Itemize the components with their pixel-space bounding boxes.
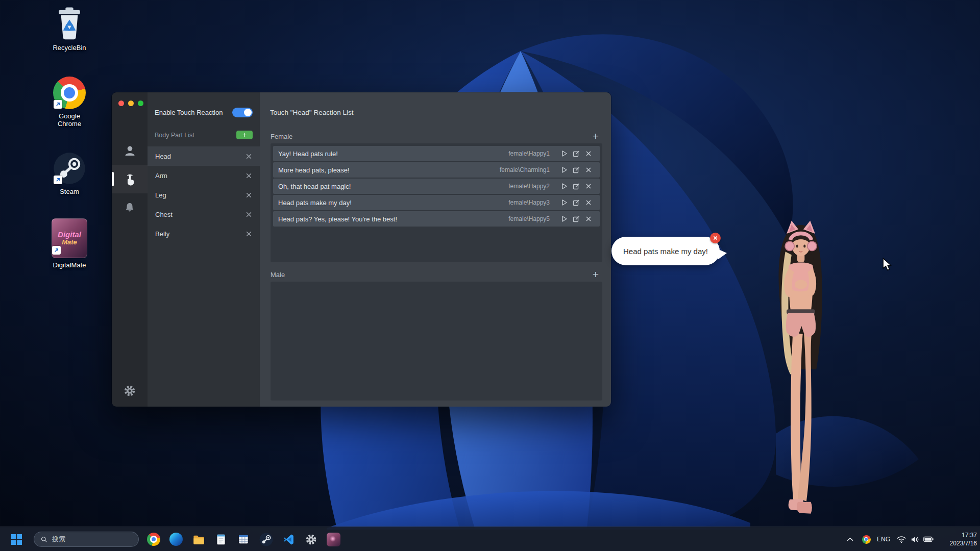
virtual-companion-character[interactable] — [754, 217, 844, 530]
edit-reaction-button[interactable] — [570, 148, 582, 159]
reaction-row: Yay! Head pats rule! female\Happy1 — [273, 146, 600, 161]
taskbar-item-digitalmate[interactable] — [323, 530, 344, 549]
edit-reaction-button[interactable] — [570, 197, 582, 208]
reaction-text: More head pats, please! — [278, 166, 500, 174]
character-figure — [754, 217, 844, 528]
desktop-icon-label: Steam — [41, 188, 97, 195]
delete-body-part-icon[interactable] — [246, 192, 252, 198]
speech-bubble-close-button[interactable] — [710, 233, 721, 243]
edit-reaction-button[interactable] — [570, 213, 582, 224]
add-male-reaction-button[interactable]: + — [592, 269, 600, 280]
female-reaction-list: Yay! Head pats rule! female\Happy1 More … — [271, 143, 602, 262]
close-icon — [713, 236, 718, 240]
taskbar-clock[interactable]: 17:37 2023/7/16 — [936, 531, 977, 547]
reaction-row: Head pats make my day! female\Happy3 — [273, 195, 600, 210]
play-reaction-button[interactable] — [558, 164, 570, 176]
edit-icon — [572, 182, 580, 190]
reaction-text: Oh, that head pat magic! — [278, 183, 508, 190]
body-part-item-leg[interactable]: Leg — [148, 185, 260, 205]
tray-overflow-button[interactable] — [843, 527, 856, 551]
add-body-part-button[interactable]: + — [236, 131, 253, 139]
taskbar-item-chrome[interactable] — [143, 530, 164, 549]
taskbar-item-notepad[interactable] — [211, 530, 231, 549]
edit-icon — [572, 149, 580, 158]
close-icon — [585, 166, 592, 173]
edit-icon — [572, 215, 580, 223]
tray-wifi-button[interactable] — [895, 527, 908, 551]
delete-reaction-button[interactable] — [582, 213, 595, 224]
desktop-icon-steam[interactable]: Steam — [41, 152, 97, 195]
tray-language-button[interactable]: ENG — [875, 527, 892, 551]
enable-touch-toggle[interactable] — [232, 108, 253, 117]
desktop-icon-chrome[interactable]: Google Chrome — [41, 77, 97, 128]
delete-reaction-button[interactable] — [582, 148, 595, 159]
delete-reaction-button[interactable] — [582, 164, 595, 176]
play-reaction-button[interactable] — [558, 148, 570, 159]
play-icon — [560, 182, 568, 190]
delete-body-part-icon[interactable] — [246, 211, 252, 218]
tray-volume-button[interactable] — [909, 527, 921, 551]
tray-chrome-button[interactable] — [860, 527, 873, 551]
zoom-window-button[interactable] — [138, 101, 143, 106]
reaction-voice: female\Happy1 — [508, 150, 550, 157]
reaction-text: Head pats? Yes, please! You're the best! — [278, 215, 508, 223]
language-indicator: ENG — [877, 536, 890, 543]
vscode-icon — [282, 533, 295, 546]
start-button[interactable] — [6, 530, 27, 549]
edit-reaction-button[interactable] — [570, 181, 582, 192]
play-reaction-button[interactable] — [558, 197, 570, 208]
body-part-item-arm[interactable]: Arm — [148, 166, 260, 185]
shortcut-arrow-icon — [54, 176, 62, 184]
reaction-text: Yay! Head pats rule! — [278, 150, 508, 158]
play-reaction-button[interactable] — [558, 213, 570, 224]
sidebar-item-profile[interactable] — [112, 136, 148, 165]
body-part-item-head[interactable]: Head — [148, 146, 260, 166]
body-part-item-chest[interactable]: Chest — [148, 205, 260, 224]
edit-icon — [572, 198, 580, 207]
steam-icon — [53, 152, 86, 185]
battery-icon — [923, 536, 934, 542]
taskbar-item-edge[interactable] — [166, 530, 186, 549]
settings-gear-icon — [305, 533, 317, 546]
reaction-panel: Touch "Head" Reaction List Female + Yay!… — [260, 92, 611, 407]
delete-reaction-button[interactable] — [582, 181, 595, 192]
close-icon — [585, 199, 592, 206]
play-icon — [560, 149, 568, 158]
play-reaction-button[interactable] — [558, 181, 570, 192]
taskbar-search-input[interactable]: 搜索 — [34, 532, 139, 547]
minimize-window-button[interactable] — [128, 101, 134, 106]
taskbar-item-file-explorer[interactable] — [188, 530, 209, 549]
body-part-list-header: Body Part List + — [148, 126, 260, 146]
sidebar-item-touch[interactable] — [112, 165, 148, 193]
tray-battery-button[interactable] — [922, 527, 935, 551]
sidebar-item-settings[interactable] — [112, 384, 148, 397]
reaction-voice: female\Happy2 — [508, 183, 550, 190]
taskbar-item-steam[interactable] — [256, 530, 276, 549]
male-section-label: Male — [271, 271, 285, 279]
taskbar-item-settings[interactable] — [301, 530, 321, 549]
desktop-icon-recyclebin[interactable]: RecycleBin — [41, 5, 97, 52]
reaction-voice: female\Happy5 — [508, 215, 550, 222]
delete-reaction-button[interactable] — [582, 197, 595, 208]
body-part-label: Belly — [155, 230, 169, 238]
close-window-button[interactable] — [118, 101, 124, 106]
reaction-row: Oh, that head pat magic! female\Happy2 — [273, 179, 600, 194]
chrome-icon — [147, 533, 160, 546]
delete-body-part-icon[interactable] — [246, 231, 252, 237]
body-part-label: Head — [155, 153, 171, 160]
sidebar-item-notifications[interactable] — [112, 193, 148, 222]
edit-icon — [572, 166, 580, 174]
add-female-reaction-button[interactable]: + — [592, 131, 600, 141]
desktop-icon-digitalmate[interactable]: DigitalMate DigitalMate — [41, 218, 97, 269]
shortcut-arrow-icon — [54, 100, 62, 109]
edit-reaction-button[interactable] — [570, 164, 582, 176]
body-part-list-label: Body Part List — [155, 132, 194, 139]
delete-body-part-icon[interactable] — [246, 153, 252, 160]
taskbar-item-table-app[interactable] — [233, 530, 254, 549]
delete-body-part-icon[interactable] — [246, 172, 252, 179]
speech-bubble: Head pats make my day! — [611, 237, 720, 265]
body-part-item-belly[interactable]: Belly — [148, 224, 260, 243]
taskbar-item-vscode[interactable] — [278, 530, 299, 549]
chrome-icon — [862, 535, 871, 544]
wifi-icon — [897, 536, 906, 543]
